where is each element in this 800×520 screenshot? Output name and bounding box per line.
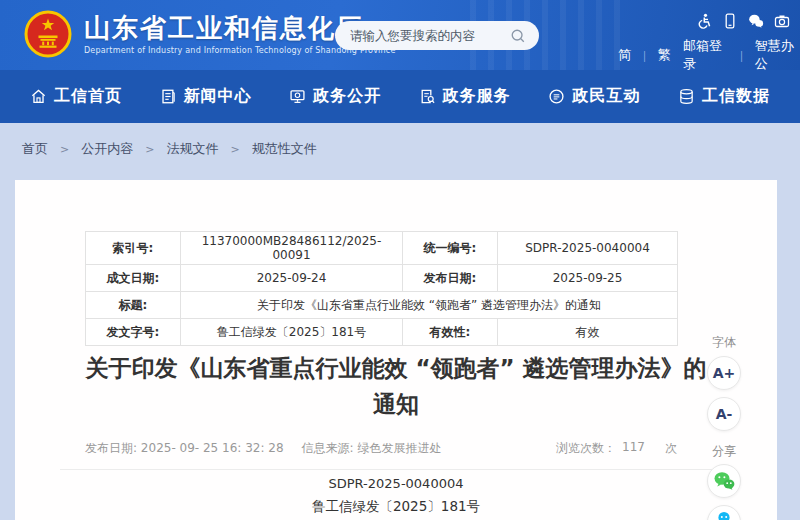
link-separator: ｜: [639, 48, 650, 63]
document-symbol: 鲁工信绿发〔2025〕181号: [15, 498, 777, 516]
nav-item-interaction[interactable]: 政民互动: [548, 86, 640, 107]
wechat-icon[interactable]: [748, 13, 764, 29]
font-increase-button[interactable]: A+: [707, 356, 741, 390]
site-header: 山东省工业和信息化厅 Department of Industry and In…: [0, 0, 800, 70]
table-row: 成文日期: 2025-09-24 发布日期: 2025-09-25: [86, 265, 678, 292]
qq-icon: [711, 509, 737, 520]
info-value: 关于印发《山东省重点行业能效 “领跑者” 遴选管理办法》的通知: [181, 292, 678, 319]
lang-simplified-link[interactable]: 简: [618, 46, 631, 64]
info-value: 11370000MB28486112/2025-00091: [181, 232, 403, 265]
breadcrumb: 首页 > 公开内容 > 法规文件 > 规范性文件: [22, 140, 317, 158]
header-links: 简 ｜ 繁 邮箱登录 ｜ 智慧办公: [618, 37, 800, 73]
search-input[interactable]: [350, 28, 509, 43]
nav-label: 政务服务: [443, 86, 511, 107]
breadcrumb-separator: >: [145, 143, 154, 156]
font-size-label: 字体: [712, 334, 736, 350]
info-value: 有效: [498, 319, 678, 346]
page: 山东省工业和信息化厅 Department of Industry and In…: [0, 0, 800, 520]
breadcrumb-open-content[interactable]: 公开内容: [81, 140, 133, 158]
share-label: 分享: [712, 443, 736, 459]
info-label: 发文字号:: [86, 319, 181, 346]
info-value: 2025-09-24: [181, 265, 403, 292]
national-emblem-icon: [24, 10, 72, 58]
smart-office-link[interactable]: 智慧办公: [755, 37, 800, 73]
link-separator: ｜: [736, 48, 747, 63]
nav-label: 工信首页: [54, 86, 122, 107]
info-label: 统一编号:: [403, 232, 498, 265]
header-quick-icons: [696, 13, 790, 29]
table-row: 标题: 关于印发《山东省重点行业能效 “领跑者” 遴选管理办法》的通知: [86, 292, 678, 319]
info-value: 2025-09-25: [498, 265, 678, 292]
info-label: 有效性:: [403, 319, 498, 346]
nav-label: 新闻中心: [184, 86, 252, 107]
nav-item-data[interactable]: 工信数据: [678, 86, 770, 107]
table-row: 发文字号: 鲁工信绿发〔2025〕181号 有效性: 有效: [86, 319, 678, 346]
main-nav: 工信首页 新闻中心 政务公开: [0, 70, 800, 123]
breadcrumb-regulation-files[interactable]: 法规文件: [166, 140, 218, 158]
view-count-unit: 次: [665, 440, 677, 457]
article-meta: 发布日期: 2025- 09- 25 16: 32: 28 信息来源: 绿色发展…: [85, 440, 677, 457]
breadcrumb-normative-files[interactable]: 规范性文件: [252, 140, 317, 158]
share-qq-button[interactable]: [707, 505, 741, 520]
monitor-icon: [289, 88, 306, 105]
wechat-icon: [712, 469, 736, 493]
info-label: 成文日期:: [86, 265, 181, 292]
news-icon: [160, 88, 177, 105]
search-icon[interactable]: [509, 27, 527, 45]
publish-date: 发布日期: 2025- 09- 25 16: 32: 28: [85, 440, 284, 457]
mail-login-link[interactable]: 邮箱登录: [683, 37, 728, 73]
info-source: 信息来源: 绿色发展推进处: [302, 440, 442, 457]
mobile-icon[interactable]: [722, 13, 738, 29]
nav-item-home[interactable]: 工信首页: [30, 86, 122, 107]
info-label: 发布日期:: [403, 265, 498, 292]
info-label: 索引号:: [86, 232, 181, 265]
info-value: 鲁工信绿发〔2025〕181号: [181, 319, 403, 346]
content-divider: [60, 469, 727, 470]
info-label: 标题:: [86, 292, 181, 319]
nav-item-news[interactable]: 新闻中心: [160, 86, 252, 107]
doc-search-icon: [419, 88, 436, 105]
breadcrumb-separator: >: [60, 143, 69, 156]
database-icon: [678, 88, 695, 105]
font-decrease-button[interactable]: A-: [707, 397, 741, 431]
home-icon: [30, 88, 47, 105]
side-tools: 字体 A+ A- 分享: [701, 334, 747, 520]
nav-label: 政务公开: [313, 86, 381, 107]
nav-item-gov-open[interactable]: 政务公开: [289, 86, 381, 107]
accessibility-icon[interactable]: [696, 13, 712, 29]
lang-traditional-link[interactable]: 繁: [658, 46, 671, 64]
article-title: 关于印发《山东省重点行业能效 “领跑者” 遴选管理办法》的通知: [75, 350, 717, 422]
view-count-label: 浏览次数：: [556, 440, 616, 457]
camera-icon[interactable]: [774, 13, 790, 29]
table-row: 索引号: 11370000MB28486112/2025-00091 统一编号:…: [86, 232, 678, 265]
nav-item-gov-service[interactable]: 政务服务: [419, 86, 511, 107]
info-value: SDPR-2025-0040004: [498, 232, 678, 265]
document-number: SDPR-2025-0040004: [15, 476, 777, 491]
document-info-table: 索引号: 11370000MB28486112/2025-00091 统一编号:…: [85, 231, 678, 346]
breadcrumb-home[interactable]: 首页: [22, 140, 48, 158]
view-count: 浏览次数： 117 次: [556, 440, 677, 457]
search-bar: [335, 21, 539, 50]
nav-label: 政民互动: [572, 86, 640, 107]
content-card: 索引号: 11370000MB28486112/2025-00091 统一编号:…: [15, 180, 777, 520]
breadcrumb-separator: >: [230, 143, 239, 156]
view-count-number: 117: [622, 440, 645, 457]
nav-label: 工信数据: [702, 86, 770, 107]
share-wechat-button[interactable]: [707, 464, 741, 498]
chat-icon: [548, 88, 565, 105]
